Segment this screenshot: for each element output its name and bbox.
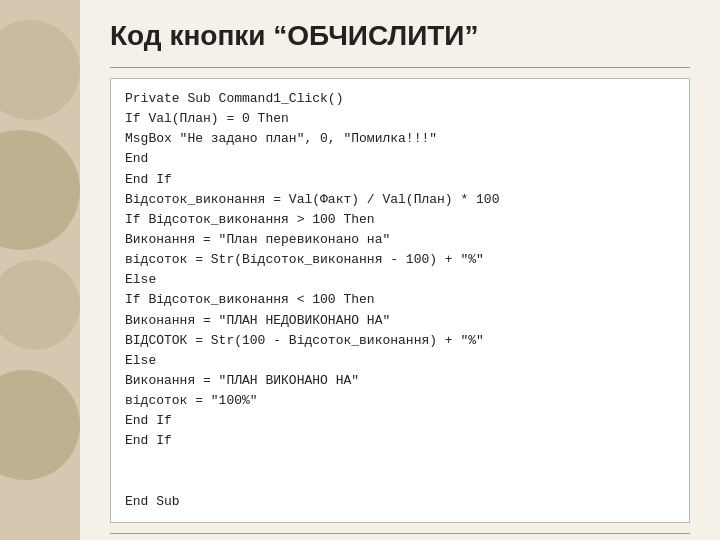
top-divider xyxy=(110,67,690,68)
bottom-divider xyxy=(110,533,690,534)
decorative-circle-3 xyxy=(0,260,80,350)
left-decoration-panel xyxy=(0,0,80,540)
decorative-circle-2 xyxy=(0,130,80,250)
code-block: Private Sub Command1_Click() If Val(План… xyxy=(110,78,690,523)
decorative-circle-1 xyxy=(0,20,80,120)
decorative-circle-4 xyxy=(0,370,80,480)
main-content: Код кнопки “ОБЧИСЛИТИ” Private Sub Comma… xyxy=(80,0,720,540)
page-title: Код кнопки “ОБЧИСЛИТИ” xyxy=(110,20,690,52)
